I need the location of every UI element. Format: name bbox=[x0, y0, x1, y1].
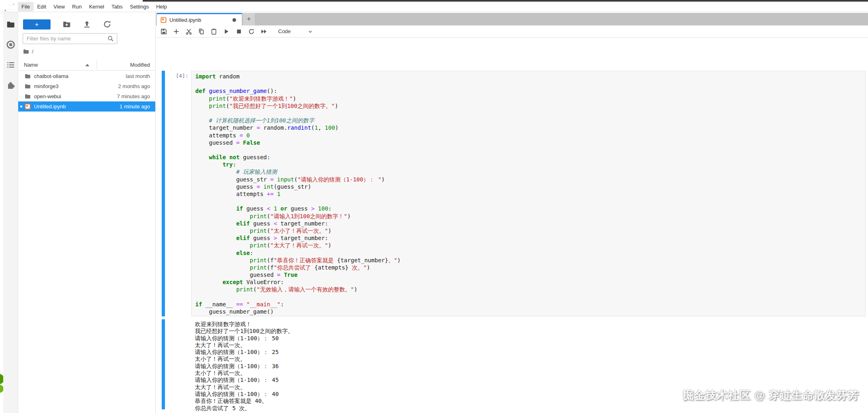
output-line: 恭喜你！正确答案就是 40。 bbox=[195, 398, 866, 405]
file-list-header: Name Modified bbox=[18, 60, 155, 71]
menu-kernel[interactable]: Kernel bbox=[85, 2, 108, 11]
extensions-icon[interactable] bbox=[6, 81, 15, 89]
unsaved-changes-dot[interactable] bbox=[232, 18, 236, 22]
output-collapser[interactable] bbox=[162, 319, 165, 409]
desktop-sliver bbox=[0, 28, 3, 413]
output-line: 请输入你的猜测（1-100）： 25 bbox=[195, 349, 866, 356]
output-line: 你总共尝试了 5 次。 bbox=[195, 405, 866, 412]
cell-type-value: Code bbox=[278, 28, 291, 34]
column-name[interactable]: Name bbox=[24, 62, 38, 68]
folder-icon bbox=[25, 83, 31, 89]
restart-button[interactable] bbox=[248, 28, 255, 35]
output-line: 太大了！再试一次。 bbox=[195, 342, 866, 349]
output-line: 请输入你的猜测（1-100）： 45 bbox=[195, 377, 866, 384]
code-line: print("无效输入，请输入一个有效的整数。") bbox=[195, 286, 865, 293]
cell-type-dropdown[interactable]: Code bbox=[278, 28, 319, 34]
code-line: print("太大了！再试一次。") bbox=[195, 242, 865, 249]
upload-icon[interactable] bbox=[83, 20, 91, 28]
menu-bar: FileEditViewRunKernelTabsSettingsHelp bbox=[0, 2, 868, 12]
cut-button[interactable] bbox=[186, 28, 192, 35]
file-row-chatbot-ollama[interactable]: chatbot-ollamalast month bbox=[18, 71, 155, 81]
copy-button[interactable] bbox=[198, 28, 205, 35]
output-line: 请输入你的猜测（1-100）： 40 bbox=[195, 391, 866, 398]
paste-button[interactable] bbox=[211, 28, 217, 35]
tab-bar: Untitled.ipynb + bbox=[156, 13, 868, 25]
menu-run[interactable]: Run bbox=[68, 2, 85, 11]
column-modified[interactable]: Modified bbox=[130, 62, 150, 68]
refresh-icon[interactable] bbox=[103, 20, 111, 28]
code-line bbox=[195, 110, 865, 117]
save-button[interactable] bbox=[161, 28, 167, 35]
file-row-untitled.ipynb[interactable]: Untitled.ipynb1 minute ago bbox=[18, 101, 155, 112]
filter-files-input[interactable] bbox=[23, 36, 108, 42]
tab-untitled-ipynb[interactable]: Untitled.ipynb bbox=[157, 13, 242, 25]
code-line: print("请输入1到100之间的数字！") bbox=[195, 213, 865, 220]
notebook-panel: Untitled.ipynb + Code [4]: import random… bbox=[156, 12, 868, 413]
code-line: guess = int(guess_str) bbox=[195, 183, 865, 190]
output-line: 太小了！再试一次。 bbox=[195, 370, 866, 377]
code-line bbox=[195, 80, 865, 87]
file-modified: last month bbox=[126, 73, 150, 79]
file-name: Untitled.ipynb bbox=[34, 103, 120, 110]
folder-icon bbox=[25, 73, 31, 79]
code-line: elif guess > target_number: bbox=[195, 234, 865, 242]
code-line: def guess_number_game(): bbox=[195, 87, 865, 95]
new-launcher-button[interactable]: + bbox=[23, 19, 51, 30]
menu-items: FileEditViewRunKernelTabsSettingsHelp bbox=[18, 2, 171, 11]
code-line: guessed = False bbox=[195, 139, 865, 146]
menu-file[interactable]: File bbox=[18, 2, 34, 11]
input-collapser[interactable] bbox=[162, 71, 165, 316]
table-of-contents-icon[interactable] bbox=[6, 61, 15, 69]
notebook-file-icon bbox=[25, 103, 31, 110]
file-browser-panel: + / Name Modified chatbot-ollamalast mon… bbox=[18, 12, 156, 413]
folder-icon bbox=[23, 48, 29, 55]
output-line: 我已经想好了一个1到100之间的数字。 bbox=[195, 328, 866, 335]
file-modified: 1 minute ago bbox=[120, 103, 150, 110]
menu-view[interactable]: View bbox=[50, 2, 68, 11]
output-line: 欢迎来到猜数字游戏！ bbox=[195, 321, 866, 328]
output-line: 太小了！再试一次。 bbox=[195, 356, 866, 362]
execution-count-prompt: [4]: bbox=[165, 73, 188, 79]
file-name: open-webui bbox=[34, 93, 117, 99]
menu-edit[interactable]: Edit bbox=[34, 2, 50, 11]
restart-run-all-button[interactable] bbox=[261, 28, 267, 35]
code-line: guess_number_game() bbox=[195, 308, 865, 315]
tab-label: Untitled.ipynb bbox=[169, 17, 232, 23]
activity-bar bbox=[3, 12, 18, 413]
code-line: target_number = random.randint(1, 100) bbox=[195, 124, 865, 131]
chevron-down-icon bbox=[308, 29, 313, 34]
code-cell-editor[interactable]: import randomdef guess_number_game(): pr… bbox=[191, 71, 866, 316]
notebook-file-icon bbox=[161, 17, 167, 23]
code-line: elif guess < target_number: bbox=[195, 220, 865, 227]
interrupt-button[interactable] bbox=[236, 28, 242, 35]
code-line: import random bbox=[195, 73, 865, 80]
output-line: 请输入你的猜测（1-100）： 36 bbox=[195, 363, 866, 370]
menu-help[interactable]: Help bbox=[152, 2, 171, 11]
code-line: print("太小了！再试一次。") bbox=[195, 227, 865, 234]
code-line: print("欢迎来到猜数字游戏！") bbox=[195, 95, 865, 102]
file-row-miniforge3[interactable]: miniforge32 months ago bbox=[18, 81, 155, 91]
breadcrumb-root[interactable]: / bbox=[32, 48, 34, 55]
new-tab-button[interactable]: + bbox=[243, 13, 255, 25]
output-line: 太大了！再试一次。 bbox=[195, 384, 866, 391]
new-folder-icon[interactable] bbox=[63, 20, 71, 28]
code-line: print(f"你总共尝试了 {attempts} 次。") bbox=[195, 264, 865, 271]
menu-settings[interactable]: Settings bbox=[126, 2, 152, 11]
file-row-open-webui[interactable]: open-webui7 minutes ago bbox=[18, 91, 155, 101]
output-line: 请输入你的猜测（1-100）： 50 bbox=[195, 335, 866, 342]
run-button[interactable] bbox=[223, 28, 230, 35]
running-kernels-icon[interactable] bbox=[6, 40, 15, 49]
code-line: attempts = 0 bbox=[195, 132, 865, 139]
file-browser-icon[interactable] bbox=[6, 20, 15, 29]
code-line: if guess < 1 or guess > 100: bbox=[195, 205, 865, 212]
breadcrumb[interactable]: / bbox=[23, 48, 34, 55]
menu-tabs[interactable]: Tabs bbox=[108, 2, 126, 11]
code-line: guess_str = input("请输入你的猜测（1-100）： ") bbox=[195, 176, 865, 183]
notebook-content: [4]: import randomdef guess_number_game(… bbox=[156, 38, 868, 413]
search-icon bbox=[108, 36, 114, 42]
running-kernel-dot bbox=[20, 105, 22, 107]
notebook-toolbar: Code bbox=[156, 25, 868, 38]
code-line: while not guessed: bbox=[195, 154, 865, 161]
insert-cell-button[interactable] bbox=[173, 28, 180, 35]
code-line: print("我已经想好了一个1到100之间的数字。") bbox=[195, 102, 865, 110]
